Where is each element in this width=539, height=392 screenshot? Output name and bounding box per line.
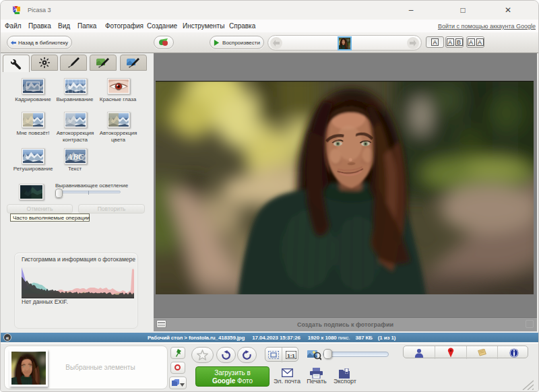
svg-text:ABC: ABC [67,152,84,162]
svg-text:1:1: 1:1 [287,353,295,359]
